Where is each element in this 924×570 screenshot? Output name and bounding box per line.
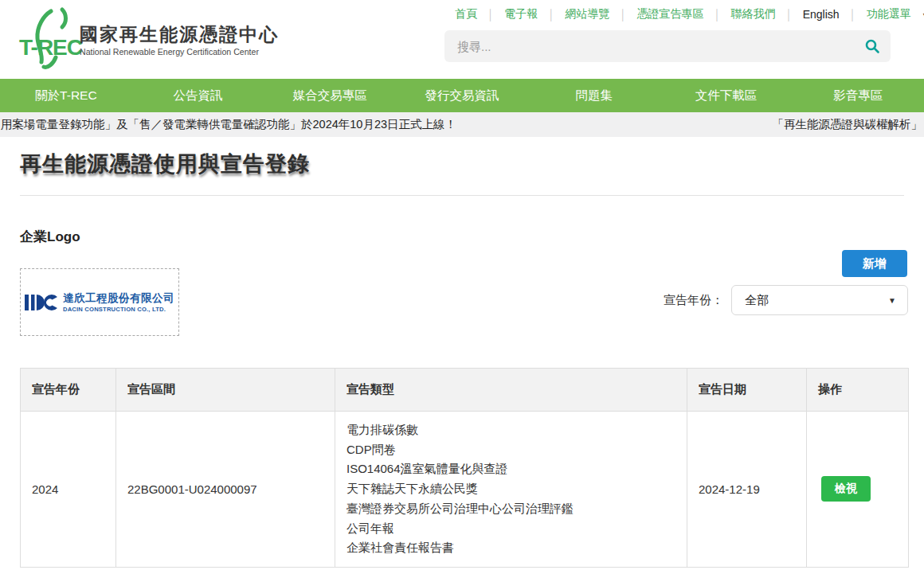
divider: │	[620, 9, 626, 21]
company-logo: 達欣工程股份有限公司 DACIN CONSTRUCTION CO., LTD.	[25, 291, 174, 313]
brand-name: T-REC	[19, 35, 82, 61]
top-nav-link-function-menu[interactable]: 功能選單	[856, 7, 922, 21]
top-nav-link-home[interactable]: 首頁	[444, 7, 487, 21]
declaration-table: 宣告年份 宣告區間 宣告類型 宣告日期 操作 2024 22BG0001-U02…	[20, 368, 909, 568]
divider: │	[714, 9, 720, 21]
site-header: T-REC 國家再生能源憑證中心 National Renewable Ener…	[0, 0, 924, 79]
divider	[20, 195, 904, 196]
nav-item-media-zone[interactable]: 影音專區	[792, 79, 924, 112]
declare-type-item: 電力排碳係數	[346, 420, 675, 440]
cell-declare-year: 2024	[21, 412, 116, 568]
divider: │	[487, 9, 494, 21]
divider: │	[786, 9, 793, 21]
main-content: 再生能源憑證使用與宣告登錄 企業Logo 新增 達欣工程股份有限公司 DACIN…	[0, 137, 924, 570]
declare-type-item: 天下雜誌天下永續公民獎	[346, 479, 675, 499]
header-declare-period: 宣告區間	[116, 369, 335, 412]
nav-item-about-trec[interactable]: 關於T-REC	[0, 79, 132, 112]
top-utility-nav: 首頁 │ 電子報 │ 網站導覽 │ 憑證宣告專區 │ 聯絡我們 │ Englis…	[444, 7, 892, 21]
site-logo[interactable]: T-REC 國家再生能源憑證中心 National Renewable Ener…	[0, 0, 271, 79]
divider: │	[850, 9, 856, 21]
search-icon	[864, 38, 880, 54]
top-nav-link-newsletter[interactable]: 電子報	[494, 7, 548, 21]
nav-item-issuance-trade-info[interactable]: 發行交易資訊	[396, 79, 528, 112]
header-declare-date: 宣告日期	[687, 369, 807, 412]
top-nav-link-declare-zone[interactable]: 憑證宣告專區	[626, 7, 714, 21]
cell-declare-types: 電力排碳係數 CDP問卷 ISO14064溫室氣體量化與查證 天下雜誌天下永續公…	[335, 412, 687, 568]
primary-nav: 關於T-REC 公告資訊 媒合交易專區 發行交易資訊 問題集 文件下載區 影音專…	[0, 79, 924, 112]
page-title: 再生能源憑證使用與宣告登錄	[20, 150, 310, 178]
declare-year-select[interactable]: 全部 ▼	[731, 285, 908, 315]
header-actions: 操作	[807, 369, 909, 412]
cell-declare-date: 2024-12-19	[687, 412, 807, 568]
declare-type-item: 企業社會責任報告書	[346, 538, 675, 558]
search-button[interactable]	[854, 30, 891, 62]
add-button[interactable]: 新增	[842, 250, 907, 277]
declare-type-item: 公司年報	[346, 519, 675, 539]
year-filter-label: 宣告年份：	[664, 293, 723, 308]
table-header-row: 宣告年份 宣告區間 宣告類型 宣告日期 操作	[21, 369, 909, 412]
search-bar	[444, 30, 891, 62]
caret-down-icon: ▼	[888, 296, 907, 305]
year-select-value: 全部	[732, 293, 888, 308]
company-name-zh: 達欣工程股份有限公司	[63, 291, 174, 306]
dacin-logo-icon	[25, 292, 58, 313]
ticker-news-left[interactable]: 用案場電量登錄功能」及「售／發電業轉供電量確認功能」於2024年10月23日正式…	[1, 112, 456, 137]
top-nav-link-english[interactable]: English	[793, 8, 850, 21]
view-button[interactable]: 檢視	[821, 476, 871, 502]
divider: │	[548, 9, 554, 21]
declare-type-item: CDP問卷	[346, 440, 675, 460]
nav-item-faq[interactable]: 問題集	[528, 79, 660, 112]
search-input[interactable]	[444, 40, 854, 53]
declare-type-item: 臺灣證券交易所公司治理中心公司治理評鑑	[346, 499, 675, 519]
company-logo-heading: 企業Logo	[20, 228, 80, 246]
top-nav-link-contact[interactable]: 聯絡我們	[721, 7, 786, 21]
nav-item-downloads[interactable]: 文件下載區	[660, 79, 793, 112]
company-name-en: DACIN CONSTRUCTION CO., LTD.	[63, 306, 174, 313]
nav-item-announcements[interactable]: 公告資訊	[132, 79, 264, 112]
declare-type-item: ISO14064溫室氣體量化與查證	[346, 459, 675, 479]
cell-declare-period: 22BG0001-U024000097	[116, 412, 335, 568]
ticker-news-right[interactable]: 「再生能源憑證與碳權解析」	[773, 112, 923, 137]
cell-actions: 檢視	[807, 412, 909, 568]
news-ticker: 用案場電量登錄功能」及「售／發電業轉供電量確認功能」於2024年10月23日正式…	[0, 112, 924, 137]
brand-title-zh: 國家再生能源憑證中心	[80, 22, 279, 47]
brand-title-en: National Renewable Energy Certification …	[80, 47, 259, 57]
top-nav-link-sitemap[interactable]: 網站導覽	[554, 7, 620, 21]
header-declare-year: 宣告年份	[21, 369, 116, 412]
company-logo-box[interactable]: 達欣工程股份有限公司 DACIN CONSTRUCTION CO., LTD.	[20, 268, 179, 336]
header-declare-type: 宣告類型	[335, 369, 687, 412]
nav-item-matching-trade-zone[interactable]: 媒合交易專區	[264, 79, 396, 112]
table-row: 2024 22BG0001-U024000097 電力排碳係數 CDP問卷 IS…	[21, 412, 909, 568]
